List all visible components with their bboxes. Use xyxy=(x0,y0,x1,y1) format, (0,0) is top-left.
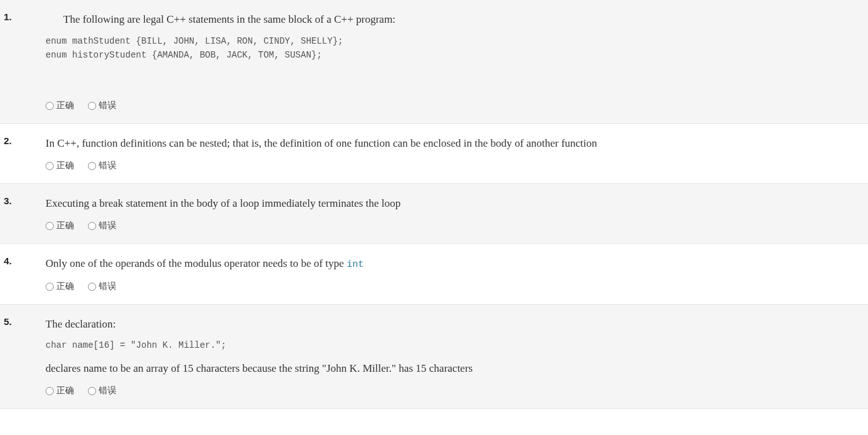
question-number: 3. xyxy=(0,195,46,232)
question-text: The following are legal C++ statements i… xyxy=(46,11,855,28)
radio-icon xyxy=(46,222,54,230)
question-number: 1. xyxy=(0,11,46,112)
radio-icon xyxy=(88,162,96,170)
question-body: The following are legal C++ statements i… xyxy=(46,11,868,112)
question-text: The declaration: xyxy=(46,316,855,333)
options-row: 正确错误 xyxy=(46,220,855,232)
option-true[interactable]: 正确 xyxy=(46,100,74,111)
question-number: 5. xyxy=(0,316,46,397)
question-number: 4. xyxy=(0,255,46,293)
question-body: Executing a break statement in the body … xyxy=(46,195,868,232)
inline-code: int xyxy=(347,259,364,270)
radio-icon xyxy=(88,222,96,230)
question-5: 5.The declaration:char name[16] = "John … xyxy=(0,305,868,409)
option-false[interactable]: 错误 xyxy=(88,385,116,396)
code-block: enum mathStudent {BILL, JOHN, LISA, RON,… xyxy=(46,34,855,63)
question-text-main: Executing a break statement in the body … xyxy=(46,197,400,209)
radio-icon xyxy=(46,283,54,291)
option-true-label: 正确 xyxy=(56,160,74,171)
option-false-label: 错误 xyxy=(99,220,116,231)
option-true-label: 正确 xyxy=(56,281,74,292)
question-number: 2. xyxy=(0,135,46,172)
radio-icon xyxy=(46,162,54,170)
question-text-main: In C++, function definitions can be nest… xyxy=(46,137,597,149)
question-text: Only one of the operands of the modulus … xyxy=(46,255,855,273)
question-4: 4.Only one of the operands of the modulu… xyxy=(0,244,868,305)
option-false[interactable]: 错误 xyxy=(88,220,116,231)
question-body: Only one of the operands of the modulus … xyxy=(46,255,868,293)
question-body: The declaration:char name[16] = "John K.… xyxy=(46,316,868,397)
option-false[interactable]: 错误 xyxy=(88,100,116,111)
question-text-main: The declaration: xyxy=(46,318,116,330)
question-text-after: declares name to be an array of 15 chara… xyxy=(46,360,855,377)
question-text: Executing a break statement in the body … xyxy=(46,195,855,212)
question-body: In C++, function definitions can be nest… xyxy=(46,135,868,172)
option-true-label: 正确 xyxy=(56,100,74,111)
question-3: 3.Executing a break statement in the bod… xyxy=(0,184,868,244)
question-2: 2.In C++, function definitions can be ne… xyxy=(0,124,868,184)
radio-icon xyxy=(46,387,54,395)
option-false-label: 错误 xyxy=(99,100,116,111)
option-true[interactable]: 正确 xyxy=(46,281,74,292)
option-false-label: 错误 xyxy=(99,385,116,396)
option-true-label: 正确 xyxy=(56,220,74,231)
question-text-main: The following are legal C++ statements i… xyxy=(63,13,395,25)
option-false-label: 错误 xyxy=(99,281,116,292)
options-row: 正确错误 xyxy=(46,385,855,397)
option-false[interactable]: 错误 xyxy=(88,281,116,292)
question-text-main: Only one of the operands of the modulus … xyxy=(46,257,347,269)
option-true-label: 正确 xyxy=(56,385,74,396)
option-true[interactable]: 正确 xyxy=(46,385,74,396)
options-row: 正确错误 xyxy=(46,160,855,172)
radio-icon xyxy=(46,102,54,110)
option-true[interactable]: 正确 xyxy=(46,160,74,171)
radio-icon xyxy=(88,387,96,395)
spacer xyxy=(46,67,855,91)
option-false[interactable]: 错误 xyxy=(88,160,116,171)
option-true[interactable]: 正确 xyxy=(46,220,74,231)
question-1: 1.The following are legal C++ statements… xyxy=(0,0,868,124)
question-text: In C++, function definitions can be nest… xyxy=(46,135,855,152)
options-row: 正确错误 xyxy=(46,100,855,112)
radio-icon xyxy=(88,283,96,291)
radio-icon xyxy=(88,102,96,110)
option-false-label: 错误 xyxy=(99,160,116,171)
code-block: char name[16] = "John K. Miller."; xyxy=(46,338,855,352)
options-row: 正确错误 xyxy=(46,281,855,293)
